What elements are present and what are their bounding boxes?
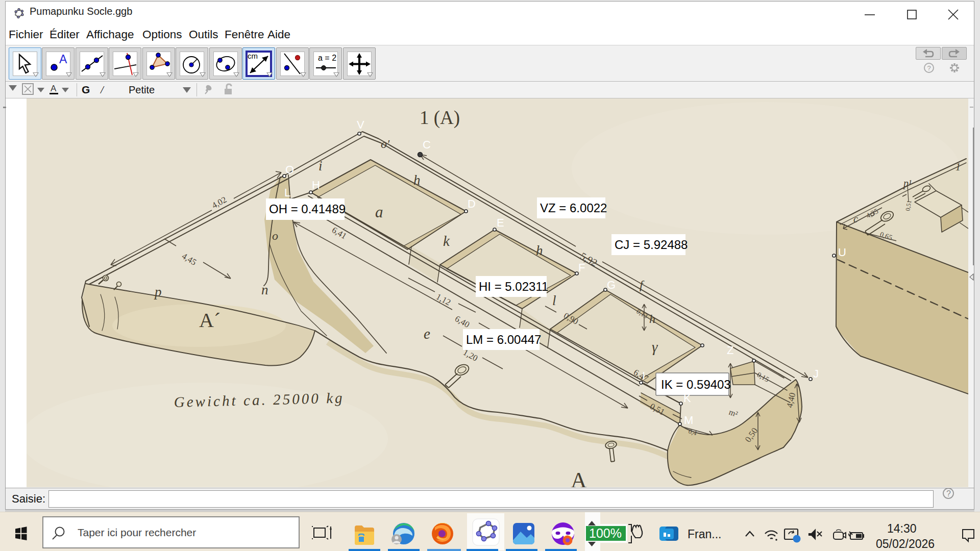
svg-text:p: p bbox=[154, 284, 162, 299]
svg-text:h: h bbox=[649, 312, 655, 325]
svg-text:IK = 0.59403: IK = 0.59403 bbox=[661, 378, 731, 391]
svg-text:k: k bbox=[443, 233, 450, 249]
svg-text:OH = 0.41489: OH = 0.41489 bbox=[269, 202, 346, 216]
svg-text:c: c bbox=[853, 213, 858, 224]
svg-text:A: A bbox=[51, 84, 57, 93]
svg-text:n: n bbox=[261, 282, 268, 297]
svg-text:14:30: 14:30 bbox=[887, 522, 917, 535]
svg-text:F: F bbox=[578, 261, 585, 274]
svg-text:p¹: p¹ bbox=[902, 178, 912, 189]
svg-text:HI = 5.02311: HI = 5.02311 bbox=[479, 280, 548, 293]
svg-text:I: I bbox=[642, 369, 645, 382]
svg-text:H: H bbox=[312, 179, 320, 191]
svg-text:o: o bbox=[272, 229, 278, 242]
svg-text:VZ = 6.0022: VZ = 6.0022 bbox=[540, 201, 607, 215]
svg-text:i: i bbox=[318, 158, 323, 173]
svg-text:h: h bbox=[413, 172, 421, 188]
svg-text:E: E bbox=[497, 216, 504, 229]
svg-text:O: O bbox=[285, 163, 294, 176]
svg-text:a = 2: a = 2 bbox=[318, 54, 336, 62]
svg-text:γ: γ bbox=[652, 339, 658, 355]
svg-text:100%: 100% bbox=[589, 526, 622, 540]
svg-text:A: A bbox=[571, 468, 587, 487]
svg-text:o': o' bbox=[381, 137, 390, 151]
svg-text:M: M bbox=[684, 414, 693, 427]
svg-text:Z: Z bbox=[727, 344, 733, 357]
svg-text:cm: cm bbox=[248, 53, 258, 60]
svg-text:K: K bbox=[683, 392, 691, 405]
svg-text:e: e bbox=[424, 325, 430, 342]
svg-text:Taper ici pour rechercher: Taper ici pour rechercher bbox=[78, 527, 196, 538]
svg-text:?: ? bbox=[927, 64, 931, 72]
svg-text:LM = 6.00447: LM = 6.00447 bbox=[466, 333, 541, 346]
svg-text:05/02/2026: 05/02/2026 bbox=[876, 537, 935, 550]
svg-text:CJ = 5.92488: CJ = 5.92488 bbox=[615, 238, 688, 252]
svg-text:G: G bbox=[607, 279, 616, 291]
svg-text:Fran...: Fran... bbox=[688, 528, 721, 541]
svg-text:h: h bbox=[536, 243, 543, 258]
svg-text:A´: A´ bbox=[199, 309, 220, 332]
svg-text:C: C bbox=[423, 138, 431, 151]
svg-text:1 (A): 1 (A) bbox=[420, 107, 460, 129]
svg-text:J: J bbox=[813, 367, 819, 380]
svg-text:V: V bbox=[357, 118, 364, 131]
svg-text:A: A bbox=[59, 53, 67, 66]
svg-text:U: U bbox=[838, 246, 846, 259]
svg-text:D: D bbox=[468, 197, 476, 210]
svg-text:l: l bbox=[552, 293, 556, 308]
svg-text:a: a bbox=[375, 203, 383, 221]
svg-text:L: L bbox=[284, 186, 290, 199]
svg-text:1: 1 bbox=[955, 161, 961, 172]
